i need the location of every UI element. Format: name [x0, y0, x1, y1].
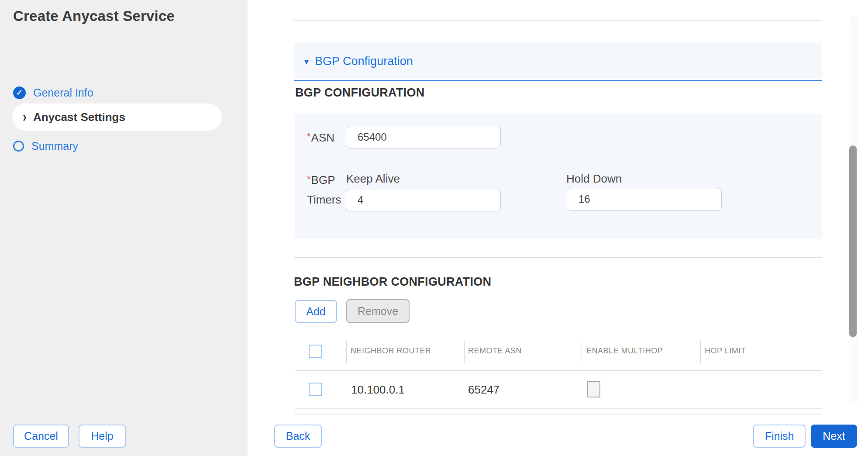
bgp-neighbor-configuration-heading: BGP NEIGHBOR CONFIGURATION — [294, 275, 491, 289]
cell-remote-asn: 65247 — [468, 383, 499, 397]
asn-input[interactable] — [346, 126, 501, 149]
step-label: General Info — [33, 86, 93, 99]
column-separator — [700, 341, 701, 363]
neighbor-table: NEIGHBOR ROUTER REMOTE ASN ENABLE MULTIH… — [295, 333, 822, 414]
check-circle-icon: ✓ — [13, 86, 26, 99]
required-asterisk: * — [307, 131, 311, 142]
asn-label: *ASN — [307, 131, 334, 145]
step-label: Anycast Settings — [33, 111, 125, 124]
keep-alive-input[interactable] — [346, 189, 501, 211]
column-header-enable-multihop: ENABLE MULTIHOP — [586, 346, 663, 356]
column-separator — [582, 341, 582, 363]
keep-alive-label: Keep Alive — [346, 172, 400, 186]
column-separator — [346, 341, 347, 363]
column-separator — [464, 341, 465, 363]
wizard-sidebar: Create Anycast Service ✓ General Info › … — [0, 0, 248, 456]
page-title: Create Anycast Service — [13, 8, 175, 24]
column-header-remote-asn: REMOTE ASN — [468, 346, 522, 356]
neighbor-table-header: NEIGHBOR ROUTER REMOTE ASN ENABLE MULTIH… — [295, 333, 822, 371]
table-row[interactable]: 10.100.0.1 65247 — [295, 371, 822, 409]
hold-down-label: Hold Down — [566, 172, 622, 186]
chevron-right-icon: › — [23, 109, 27, 125]
section-divider — [294, 257, 822, 258]
scroll-cutoff-line — [295, 414, 822, 415]
empty-circle-icon — [13, 141, 24, 152]
cancel-button[interactable]: Cancel — [13, 425, 69, 448]
bgp-timers-label-line1: *BGP — [307, 173, 335, 187]
accordion-label: BGP Configuration — [315, 55, 413, 68]
back-button[interactable]: Back — [274, 425, 322, 448]
next-button[interactable]: Next — [811, 425, 857, 448]
enable-multihop-checkbox[interactable] — [587, 381, 600, 397]
required-asterisk: * — [307, 173, 311, 184]
content-top-divider — [294, 20, 822, 21]
finish-button[interactable]: Finish — [753, 425, 806, 448]
remove-button[interactable]: Remove — [346, 299, 410, 323]
bgp-configuration-accordion[interactable]: ▾ BGP Configuration — [294, 43, 822, 81]
sidebar-item-general-info[interactable]: ✓ General Info — [13, 84, 93, 101]
hold-down-input[interactable] — [567, 188, 722, 211]
sidebar-item-summary[interactable]: Summary — [13, 137, 78, 155]
column-header-neighbor-router: NEIGHBOR ROUTER — [351, 346, 431, 356]
help-button[interactable]: Help — [79, 425, 126, 448]
add-button[interactable]: Add — [295, 300, 337, 323]
scrollbar-thumb[interactable] — [849, 145, 857, 337]
bgp-configuration-heading: BGP CONFIGURATION — [295, 86, 425, 100]
column-header-hop-limit: HOP LIMIT — [705, 346, 746, 356]
sidebar-item-anycast-settings[interactable]: › Anycast Settings — [12, 104, 222, 131]
cell-neighbor-router: 10.100.0.1 — [351, 383, 405, 397]
row-select-checkbox[interactable] — [309, 383, 322, 396]
select-all-checkbox[interactable] — [309, 345, 322, 358]
step-label: Summary — [31, 140, 78, 152]
bgp-timers-label-line2: Timers — [307, 193, 341, 207]
caret-down-icon: ▾ — [304, 56, 309, 67]
